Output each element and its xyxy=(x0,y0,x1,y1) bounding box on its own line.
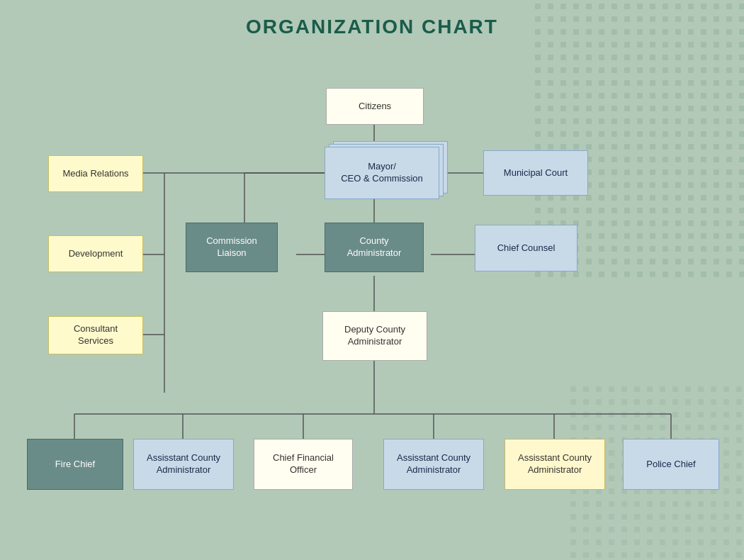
asst-admin-3-box: Assisstant CountyAdministrator xyxy=(505,439,605,490)
fire-chief-box: Fire Chief xyxy=(27,439,123,490)
chief-counsel-box: Chief Counsel xyxy=(475,225,577,271)
media-relations-box: Media Relations xyxy=(48,155,143,192)
deputy-county-admin-box: Deputy CountyAdministrator xyxy=(322,311,427,361)
asst-admin-2-box: Assisstant CountyAdministrator xyxy=(383,439,484,490)
chart-container: Citizens Mayor/CEO & Commission Municipa… xyxy=(0,45,744,560)
municipal-court-box: Municipal Court xyxy=(483,150,588,196)
chart-title: ORGANIZATION CHART xyxy=(0,0,744,45)
development-box: Development xyxy=(48,235,143,272)
mayor-box: Mayor/CEO & Commission xyxy=(325,147,439,199)
police-chief-box: Police Chief xyxy=(623,439,719,490)
consultant-services-box: ConsultantServices xyxy=(48,316,143,354)
cfo-box: Chief FinancialOfficer xyxy=(254,439,353,490)
commission-liaison-box: CommissionLiaison xyxy=(186,223,278,272)
citizens-box: Citizens xyxy=(326,88,424,125)
county-admin-box: CountyAdministrator xyxy=(325,223,424,272)
asst-admin-1-box: Assisstant CountyAdministrator xyxy=(133,439,234,490)
